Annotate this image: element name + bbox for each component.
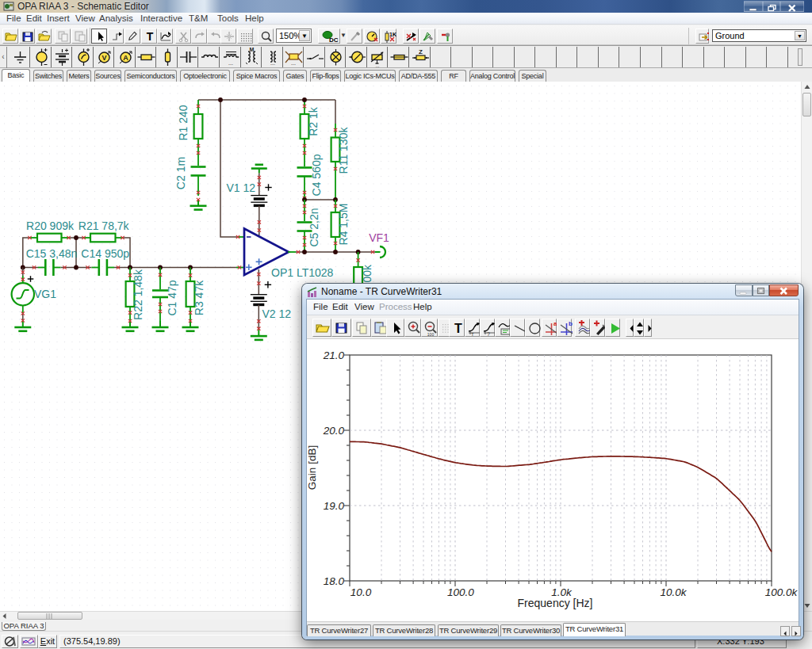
svg-text:R20 909k: R20 909k — [26, 220, 75, 232]
svg-text:C4 560p: C4 560p — [310, 154, 323, 196]
svg-text:R2 1k: R2 1k — [307, 106, 320, 136]
svg-text:C15 3,48n: C15 3,48n — [26, 247, 78, 260]
svg-text:R3 47k: R3 47k — [193, 280, 205, 315]
svg-text:b: b — [569, 320, 573, 327]
svg-text:C5 2,2n: C5 2,2n — [308, 208, 320, 246]
svg-text:R4 1,5M: R4 1,5M — [337, 204, 350, 246]
svg-text:R22 1,48k: R22 1,48k — [132, 269, 144, 320]
svg-text:V1 12: V1 12 — [226, 181, 255, 194]
svg-text:C2 1m: C2 1m — [174, 157, 187, 189]
svg-text:100: 100 — [427, 332, 435, 337]
svg-text:R11 130k: R11 130k — [337, 127, 350, 174]
svg-text:VG1: VG1 — [34, 288, 56, 300]
svg-text:T: T — [454, 322, 462, 335]
svg-text:C14 950p: C14 950p — [81, 247, 129, 260]
svg-text:R21 78,7k: R21 78,7k — [79, 220, 130, 232]
svg-text:OP1 LT1028: OP1 LT1028 — [271, 266, 334, 279]
svg-text:C1 47p: C1 47p — [166, 280, 178, 315]
svg-text:R1 240: R1 240 — [177, 105, 190, 140]
svg-text:T: T — [471, 332, 474, 337]
svg-text:?: ? — [487, 331, 490, 337]
svg-text:V2 12: V2 12 — [262, 307, 292, 320]
svg-text:VF1: VF1 — [369, 231, 389, 244]
